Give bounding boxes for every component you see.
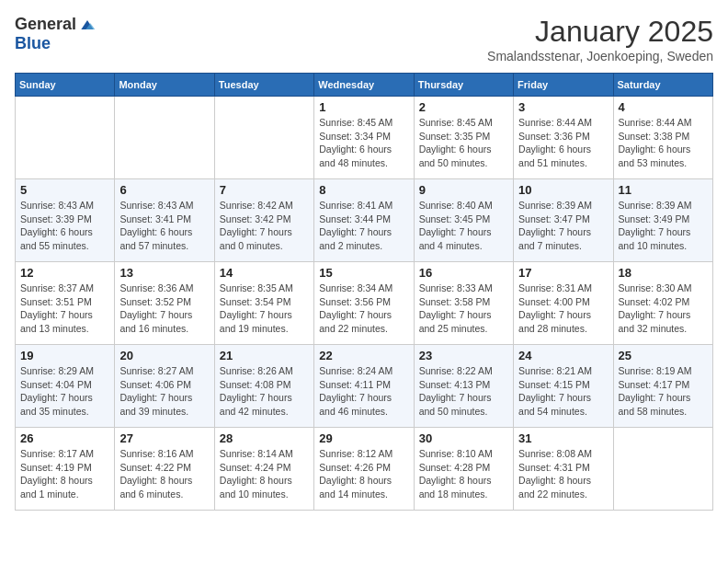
day-info: Sunrise: 8:30 AM Sunset: 4:02 PM Dayligh…: [619, 282, 708, 336]
weekday-header-sunday: Sunday: [16, 74, 115, 97]
day-number: 15: [319, 266, 408, 280]
calendar-cell: 4Sunrise: 8:44 AM Sunset: 3:38 PM Daylig…: [613, 97, 712, 179]
day-info: Sunrise: 8:34 AM Sunset: 3:56 PM Dayligh…: [319, 282, 408, 336]
weekday-header-wednesday: Wednesday: [314, 74, 414, 97]
logo-blue-text: Blue: [15, 34, 51, 53]
calendar-cell: 2Sunrise: 8:45 AM Sunset: 3:35 PM Daylig…: [414, 97, 513, 179]
day-number: 14: [220, 266, 309, 280]
weekday-header-friday: Friday: [514, 74, 613, 97]
calendar-week-row: 1Sunrise: 8:45 AM Sunset: 3:34 PM Daylig…: [16, 97, 713, 179]
day-number: 1: [319, 100, 408, 114]
calendar-cell: 16Sunrise: 8:33 AM Sunset: 3:58 PM Dayli…: [414, 262, 513, 345]
day-number: 23: [419, 349, 508, 362]
weekday-header-saturday: Saturday: [613, 74, 712, 97]
day-info: Sunrise: 8:29 AM Sunset: 4:04 PM Dayligh…: [20, 364, 109, 419]
day-number: 2: [419, 100, 508, 114]
day-number: 24: [518, 349, 608, 362]
calendar-cell: 26Sunrise: 8:17 AM Sunset: 4:19 PM Dayli…: [16, 428, 115, 511]
day-info: Sunrise: 8:41 AM Sunset: 3:44 PM Dayligh…: [319, 199, 408, 253]
calendar-cell: 5Sunrise: 8:43 AM Sunset: 3:39 PM Daylig…: [16, 179, 115, 262]
calendar-cell: 8Sunrise: 8:41 AM Sunset: 3:44 PM Daylig…: [314, 179, 414, 262]
day-info: Sunrise: 8:33 AM Sunset: 3:58 PM Dayligh…: [419, 282, 508, 336]
calendar-cell: [16, 97, 115, 179]
day-number: 7: [220, 183, 309, 197]
calendar-cell: [214, 97, 313, 179]
calendar-cell: 28Sunrise: 8:14 AM Sunset: 4:24 PM Dayli…: [214, 428, 313, 511]
day-info: Sunrise: 8:44 AM Sunset: 3:38 PM Dayligh…: [619, 116, 708, 170]
calendar-cell: 7Sunrise: 8:42 AM Sunset: 3:42 PM Daylig…: [214, 179, 313, 262]
day-info: Sunrise: 8:26 AM Sunset: 4:08 PM Dayligh…: [220, 364, 309, 419]
calendar-cell: 17Sunrise: 8:31 AM Sunset: 4:00 PM Dayli…: [514, 262, 613, 345]
calendar-week-row: 26Sunrise: 8:17 AM Sunset: 4:19 PM Dayli…: [16, 428, 713, 511]
day-number: 22: [319, 349, 408, 362]
calendar-cell: 3Sunrise: 8:44 AM Sunset: 3:36 PM Daylig…: [514, 97, 613, 179]
weekday-header-tuesday: Tuesday: [214, 74, 313, 97]
day-info: Sunrise: 8:17 AM Sunset: 4:19 PM Dayligh…: [20, 447, 109, 501]
day-number: 28: [220, 431, 309, 445]
day-number: 21: [220, 349, 309, 362]
calendar-cell: 22Sunrise: 8:24 AM Sunset: 4:11 PM Dayli…: [314, 345, 414, 428]
day-number: 4: [619, 100, 708, 114]
logo: General Blue: [15, 15, 97, 53]
day-info: Sunrise: 8:36 AM Sunset: 3:52 PM Dayligh…: [119, 282, 209, 336]
day-number: 10: [518, 183, 608, 197]
day-info: Sunrise: 8:22 AM Sunset: 4:13 PM Dayligh…: [419, 364, 508, 419]
calendar-cell: 24Sunrise: 8:21 AM Sunset: 4:15 PM Dayli…: [514, 345, 613, 428]
calendar-cell: 20Sunrise: 8:27 AM Sunset: 4:06 PM Dayli…: [115, 345, 214, 428]
day-number: 31: [518, 431, 608, 445]
day-number: 18: [619, 266, 708, 280]
day-number: 27: [119, 431, 209, 445]
day-info: Sunrise: 8:43 AM Sunset: 3:41 PM Dayligh…: [119, 199, 209, 253]
day-number: 12: [20, 266, 109, 280]
calendar-cell: 19Sunrise: 8:29 AM Sunset: 4:04 PM Dayli…: [16, 345, 115, 428]
calendar-cell: 21Sunrise: 8:26 AM Sunset: 4:08 PM Dayli…: [214, 345, 313, 428]
day-number: 8: [319, 183, 408, 197]
day-info: Sunrise: 8:42 AM Sunset: 3:42 PM Dayligh…: [220, 199, 309, 253]
day-number: 17: [518, 266, 608, 280]
weekday-header-monday: Monday: [115, 74, 214, 97]
day-info: Sunrise: 8:21 AM Sunset: 4:15 PM Dayligh…: [518, 364, 608, 419]
month-title: January 2025: [487, 15, 713, 49]
day-number: 13: [119, 266, 209, 280]
calendar-cell: 27Sunrise: 8:16 AM Sunset: 4:22 PM Dayli…: [115, 428, 214, 511]
day-info: Sunrise: 8:27 AM Sunset: 4:06 PM Dayligh…: [119, 364, 209, 419]
day-info: Sunrise: 8:24 AM Sunset: 4:11 PM Dayligh…: [319, 364, 408, 419]
calendar-cell: 13Sunrise: 8:36 AM Sunset: 3:52 PM Dayli…: [115, 262, 214, 345]
calendar-table: SundayMondayTuesdayWednesdayThursdayFrid…: [15, 73, 713, 511]
day-number: 25: [619, 349, 708, 362]
calendar-cell: 9Sunrise: 8:40 AM Sunset: 3:45 PM Daylig…: [414, 179, 513, 262]
day-number: 20: [119, 349, 209, 362]
calendar-cell: 1Sunrise: 8:45 AM Sunset: 3:34 PM Daylig…: [314, 97, 414, 179]
logo-icon: [78, 16, 97, 34]
calendar-cell: 15Sunrise: 8:34 AM Sunset: 3:56 PM Dayli…: [314, 262, 414, 345]
calendar-cell: 11Sunrise: 8:39 AM Sunset: 3:49 PM Dayli…: [613, 179, 712, 262]
day-info: Sunrise: 8:10 AM Sunset: 4:28 PM Dayligh…: [419, 447, 508, 501]
title-block: January 2025 Smalandsstenar, Joenkoeping…: [487, 15, 713, 63]
day-info: Sunrise: 8:35 AM Sunset: 3:54 PM Dayligh…: [220, 282, 309, 336]
page-header: General Blue January 2025 Smalandsstenar…: [15, 15, 713, 63]
day-number: 19: [20, 349, 109, 362]
day-info: Sunrise: 8:39 AM Sunset: 3:49 PM Dayligh…: [619, 199, 708, 253]
calendar-week-row: 12Sunrise: 8:37 AM Sunset: 3:51 PM Dayli…: [16, 262, 713, 345]
calendar-cell: 29Sunrise: 8:12 AM Sunset: 4:26 PM Dayli…: [314, 428, 414, 511]
day-number: 11: [619, 183, 708, 197]
calendar-week-row: 5Sunrise: 8:43 AM Sunset: 3:39 PM Daylig…: [16, 179, 713, 262]
day-info: Sunrise: 8:43 AM Sunset: 3:39 PM Dayligh…: [20, 199, 109, 253]
calendar-cell: 10Sunrise: 8:39 AM Sunset: 3:47 PM Dayli…: [514, 179, 613, 262]
calendar-cell: 23Sunrise: 8:22 AM Sunset: 4:13 PM Dayli…: [414, 345, 513, 428]
day-number: 6: [119, 183, 209, 197]
day-number: 26: [20, 431, 109, 445]
day-info: Sunrise: 8:45 AM Sunset: 3:35 PM Dayligh…: [419, 116, 508, 170]
weekday-header-row: SundayMondayTuesdayWednesdayThursdayFrid…: [16, 74, 713, 97]
day-number: 3: [518, 100, 608, 114]
calendar-cell: 31Sunrise: 8:08 AM Sunset: 4:31 PM Dayli…: [514, 428, 613, 511]
calendar-cell: 6Sunrise: 8:43 AM Sunset: 3:41 PM Daylig…: [115, 179, 214, 262]
day-info: Sunrise: 8:40 AM Sunset: 3:45 PM Dayligh…: [419, 199, 508, 253]
day-info: Sunrise: 8:44 AM Sunset: 3:36 PM Dayligh…: [518, 116, 608, 170]
day-number: 16: [419, 266, 508, 280]
day-info: Sunrise: 8:37 AM Sunset: 3:51 PM Dayligh…: [20, 282, 109, 336]
day-number: 9: [419, 183, 508, 197]
day-info: Sunrise: 8:16 AM Sunset: 4:22 PM Dayligh…: [119, 447, 209, 501]
calendar-cell: 18Sunrise: 8:30 AM Sunset: 4:02 PM Dayli…: [613, 262, 712, 345]
day-number: 30: [419, 431, 508, 445]
